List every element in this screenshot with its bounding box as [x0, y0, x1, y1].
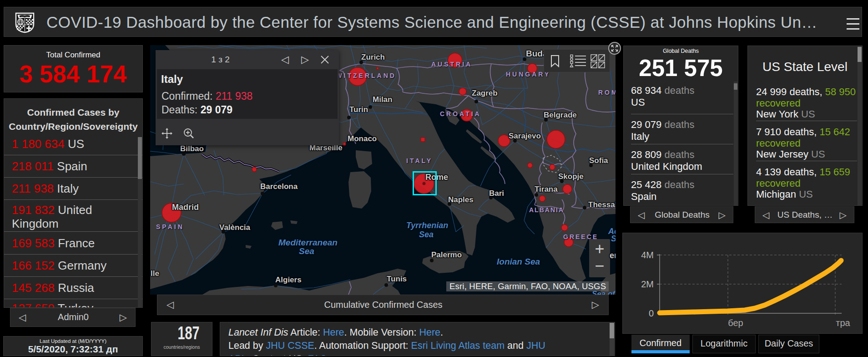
svg-text:тра: тра	[836, 318, 850, 328]
svg-text:бер: бер	[728, 318, 743, 328]
svg-text:2M: 2M	[641, 279, 654, 289]
svg-text:0: 0	[649, 308, 654, 318]
svg-text:4M: 4M	[641, 250, 654, 260]
